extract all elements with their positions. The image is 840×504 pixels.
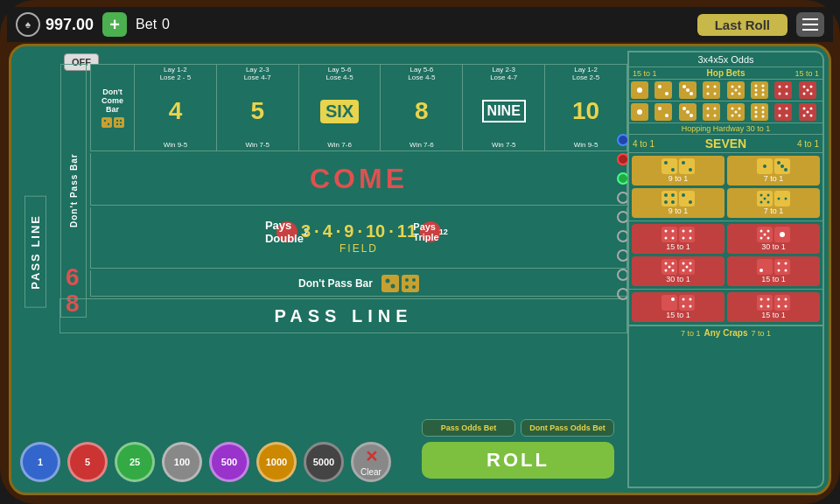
die-icon[interactable] bbox=[727, 81, 745, 99]
die-icon[interactable] bbox=[703, 103, 720, 121]
chip-1[interactable]: 1 bbox=[20, 442, 60, 482]
svg-point-88 bbox=[809, 108, 812, 110]
dont-come-bar[interactable]: Don'tComeBar bbox=[91, 65, 135, 150]
lay-text-8: Lay 5-6Lose 4-5 bbox=[408, 66, 435, 82]
svg-point-55 bbox=[637, 109, 642, 115]
chip-5[interactable]: 5 bbox=[67, 442, 108, 482]
die-icon[interactable] bbox=[751, 103, 768, 121]
odds-buttons: Pass Odds Bet Dont Pass Odds Bet bbox=[422, 419, 614, 437]
dice-bet-red-3[interactable]: 30 to 1 bbox=[632, 256, 724, 286]
bet-odds-1: 9 to 1 bbox=[634, 174, 722, 183]
dont-pass-bar-horizontal[interactable]: Don't Pass Bar bbox=[90, 270, 627, 297]
die-red[interactable] bbox=[799, 81, 816, 99]
svg-point-107 bbox=[664, 200, 668, 204]
svg-point-78 bbox=[761, 111, 764, 114]
svg-point-20 bbox=[665, 92, 668, 95]
dice-bet-red-4[interactable]: 15 to 1 bbox=[727, 256, 820, 286]
number-cell-5[interactable]: Lay 2-3Lose 4-7 5 Win 7-5 bbox=[217, 65, 299, 150]
dice-bet-red-6[interactable]: 15 to 1 bbox=[727, 292, 820, 322]
die-icon[interactable] bbox=[654, 81, 672, 99]
svg-point-87 bbox=[802, 108, 805, 110]
number-cell-6[interactable]: Lay 5-6Lose 4-5 SIX Win 7-6 bbox=[299, 65, 382, 150]
number-cell-10[interactable]: Lay 1-2Lose 2-5 10 Win 9-5 bbox=[545, 65, 626, 150]
last-roll-button[interactable]: Last Roll bbox=[697, 14, 788, 36]
die-icon[interactable] bbox=[679, 81, 696, 99]
svg-point-163 bbox=[682, 305, 685, 308]
field-area[interactable]: PaysDouble2 3 · 4 · 9 · 10 · 11 PaysTrip… bbox=[90, 207, 627, 269]
svg-point-75 bbox=[754, 107, 757, 109]
menu-button[interactable] bbox=[796, 12, 824, 37]
svg-point-9 bbox=[385, 278, 389, 283]
svg-point-10 bbox=[390, 284, 395, 288]
add-funds-button[interactable]: + bbox=[102, 12, 127, 37]
svg-point-127 bbox=[682, 230, 685, 233]
svg-point-13 bbox=[412, 278, 416, 282]
number-cell-9[interactable]: Lay 2-3Lose 4-7 NINE Win 7-5 bbox=[463, 65, 545, 150]
svg-point-110 bbox=[682, 193, 685, 197]
pass-line-bottom[interactable]: PASS LINE bbox=[60, 298, 627, 333]
svg-point-113 bbox=[760, 194, 763, 197]
svg-point-26 bbox=[707, 86, 710, 88]
die-red[interactable] bbox=[774, 103, 792, 121]
svg-rect-92 bbox=[662, 158, 677, 174]
yellow-dice-grid: 9 to 1 7 to 1 9 to 1 bbox=[629, 153, 822, 221]
die-icon[interactable] bbox=[703, 81, 720, 99]
roll-button[interactable]: ROLL bbox=[422, 442, 614, 479]
any-craps-right: 7 to 1 bbox=[752, 329, 772, 338]
number-cell-4[interactable]: Lay 1-2Lose 2 - 5 4 Win 9-5 bbox=[135, 65, 217, 150]
seven-label: SEVEN bbox=[658, 136, 794, 150]
hopping-hardway-label: Hopping Hardway 30 to 1 bbox=[629, 123, 822, 135]
dice-bet-red-5[interactable]: 15 to 1 bbox=[632, 292, 724, 322]
svg-point-143 bbox=[665, 270, 668, 272]
chip-100[interactable]: 100 bbox=[162, 442, 202, 482]
hop-dice-row2 bbox=[629, 102, 822, 123]
die-red[interactable] bbox=[799, 103, 816, 121]
svg-point-97 bbox=[689, 168, 692, 172]
chip-5000[interactable]: 5000 bbox=[304, 442, 344, 482]
svg-point-136 bbox=[767, 237, 770, 240]
die-icon[interactable] bbox=[654, 103, 672, 121]
bet-display: Bet 0 bbox=[136, 17, 170, 32]
number-cell-8[interactable]: Lay 5-6Lose 4-5 8 Win 7-6 bbox=[381, 65, 463, 150]
dont-come-label: Don'tComeBar bbox=[102, 88, 123, 114]
chip-500[interactable]: 500 bbox=[209, 442, 249, 482]
die-icon[interactable] bbox=[631, 81, 648, 99]
dice-bet-red-2[interactable]: 30 to 1 bbox=[727, 224, 820, 254]
svg-point-171 bbox=[778, 298, 780, 301]
balance-amount: 997.00 bbox=[46, 16, 94, 34]
svg-point-45 bbox=[786, 86, 788, 88]
bet-odds-9: 15 to 1 bbox=[634, 311, 722, 319]
red-dice-grid: 15 to 1 30 to 1 30 t bbox=[629, 221, 822, 290]
svg-point-15 bbox=[412, 285, 416, 289]
svg-point-162 bbox=[690, 298, 692, 301]
die-icon[interactable] bbox=[631, 103, 648, 121]
svg-point-89 bbox=[806, 111, 808, 114]
number-9: NINE bbox=[482, 100, 526, 122]
svg-point-7 bbox=[119, 123, 121, 125]
svg-point-128 bbox=[690, 230, 692, 233]
lay-text-10: Lay 1-2Lose 2-5 bbox=[572, 66, 599, 82]
svg-point-69 bbox=[731, 108, 733, 110]
chip-25[interactable]: 25 bbox=[115, 442, 155, 482]
bottom-red-grid: 15 to 1 15 to 1 bbox=[629, 290, 822, 326]
svg-point-66 bbox=[707, 115, 710, 117]
die-icon[interactable] bbox=[751, 81, 768, 99]
dice-bet-red-1[interactable]: 15 to 1 bbox=[632, 224, 724, 254]
clear-button[interactable]: ✕ Clear bbox=[351, 442, 391, 482]
win-text-6: Win 7-6 bbox=[327, 141, 352, 149]
chip-1000[interactable]: 1000 bbox=[256, 442, 297, 482]
come-area[interactable]: COME bbox=[90, 153, 627, 206]
bet-label: Bet bbox=[136, 17, 157, 32]
dice-bet-yellow-4[interactable]: 7 to 1 bbox=[727, 188, 820, 218]
dice-pair-red bbox=[730, 259, 817, 275]
die-icon[interactable] bbox=[679, 103, 696, 121]
pass-odds-button[interactable]: Pass Odds Bet bbox=[422, 419, 515, 437]
dice-bet-yellow-1[interactable]: 9 to 1 bbox=[632, 156, 724, 186]
win-text-10: Win 9-5 bbox=[574, 141, 598, 149]
dice-bet-yellow-2[interactable]: 7 to 1 bbox=[727, 156, 820, 186]
dice-bet-yellow-3[interactable]: 9 to 1 bbox=[632, 188, 724, 218]
die-red[interactable] bbox=[774, 81, 792, 99]
svg-point-141 bbox=[672, 262, 675, 265]
die-icon[interactable] bbox=[727, 103, 745, 121]
dont-pass-odds-button[interactable]: Dont Pass Odds Bet bbox=[521, 419, 614, 437]
